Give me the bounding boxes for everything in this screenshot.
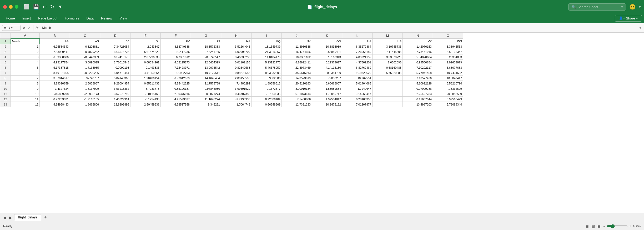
cell[interactable]: 3.26334063: [433, 54, 463, 60]
cell[interactable]: 10.8898939: [312, 44, 342, 49]
cell[interactable]: 12: [11, 102, 40, 107]
cell[interactable]: 3.18169313: [312, 54, 342, 60]
row-number[interactable]: 12: [0, 97, 11, 102]
sheet-tab-flight-delays[interactable]: flight_delays: [14, 214, 41, 221]
cell[interactable]: 11.0184176: [251, 54, 282, 60]
cell[interactable]: 10.7413175: [100, 54, 130, 60]
formula-input[interactable]: [41, 26, 637, 30]
row-number[interactable]: 4: [0, 54, 11, 60]
cell[interactable]: 35.5615013: [282, 70, 312, 76]
row-number[interactable]: 11: [0, 91, 11, 97]
cell[interactable]: 22.3973469: [282, 65, 312, 70]
cell[interactable]: -0.5447309: [70, 54, 100, 60]
cell[interactable]: 4.41593027: [161, 97, 191, 102]
cell[interactable]: 0.85106187: [161, 86, 191, 91]
cell[interactable]: 13.8392896: [100, 102, 130, 107]
zoom-out-icon[interactable]: −: [603, 224, 605, 228]
cell[interactable]: 8.53749688: [161, 44, 191, 49]
cell[interactable]: 0.66248569: [251, 102, 282, 107]
cell[interactable]: 3.38946563: [433, 44, 463, 49]
search-input[interactable]: [577, 5, 620, 9]
cell[interactable]: -0.6888509: [433, 91, 463, 97]
cell[interactable]: 10: [11, 91, 40, 97]
page-view-icon[interactable]: ▤: [591, 224, 595, 228]
cell[interactable]: 10.5049417: [433, 76, 463, 81]
cell[interactable]: -1.7064748: [221, 102, 251, 107]
cell[interactable]: -0.7829232: [70, 49, 100, 54]
cell[interactable]: 3.22379627: [312, 60, 342, 65]
cell[interactable]: 5.77941458: [403, 70, 433, 76]
cell[interactable]: 19.7129511: [191, 70, 221, 76]
cell[interactable]: B6: [100, 39, 130, 44]
cell[interactable]: 10.7434622: [433, 70, 463, 76]
cell[interactable]: [373, 102, 403, 107]
close-window-button[interactable]: [3, 5, 7, 9]
cell[interactable]: -2.7198935: [221, 97, 251, 102]
cell[interactable]: 9.346221: [191, 102, 221, 107]
cell[interactable]: 3.50136347: [433, 49, 463, 54]
cell[interactable]: 16.9326629: [342, 70, 373, 76]
cell[interactable]: -1.7942647: [342, 86, 373, 91]
cell-reference-box[interactable]: A1 ▲▼: [2, 25, 21, 31]
cell[interactable]: 20.0748547: [191, 54, 221, 60]
col-header-E[interactable]: E: [130, 33, 161, 39]
cell[interactable]: 7.01207877: [342, 102, 373, 107]
cell[interactable]: 2.30376016: [161, 91, 191, 97]
row-number[interactable]: 3: [0, 49, 11, 54]
cell[interactable]: 18.1649739: [251, 44, 282, 49]
cell[interactable]: 9.17573738: [191, 81, 221, 86]
col-header-F[interactable]: F: [161, 33, 191, 39]
row-number[interactable]: 7: [0, 70, 11, 76]
col-header-C[interactable]: C: [70, 33, 100, 39]
cell[interactable]: MQ: [251, 39, 282, 44]
cell[interactable]: 18.6576728: [100, 49, 130, 54]
search-box[interactable]: 🔍 ▾: [568, 3, 626, 11]
cell[interactable]: 6.02996709: [221, 49, 251, 54]
cell[interactable]: 6.69358686: [40, 54, 70, 60]
col-header-M[interactable]: M: [373, 33, 403, 39]
menu-review[interactable]: Review: [97, 15, 116, 21]
cell[interactable]: 6.81073614: [282, 91, 312, 97]
cell[interactable]: 7.72428971: [161, 65, 191, 70]
cell[interactable]: 14.3523819: [282, 76, 312, 81]
cell[interactable]: 5.53210794: [433, 81, 463, 86]
cell[interactable]: 6.7301012: [161, 54, 191, 60]
cell[interactable]: 0.08334261: [130, 60, 161, 65]
save-icon[interactable]: 💾: [33, 4, 39, 10]
cell[interactable]: 9.63932308: [251, 70, 282, 76]
row-number[interactable]: 2: [0, 44, 11, 49]
cell[interactable]: -1.9165165: [70, 97, 100, 102]
cell[interactable]: -3.1754138: [130, 97, 161, 102]
row-number[interactable]: 1: [0, 39, 11, 44]
cell[interactable]: 3.53915362: [100, 86, 130, 91]
cell[interactable]: 4.82125273: [161, 60, 191, 65]
cell[interactable]: 2.50459538: [130, 102, 161, 107]
cell[interactable]: 3.87044017: [40, 76, 70, 81]
page-break-view-icon[interactable]: ⊟: [597, 224, 601, 228]
grid-view-icon[interactable]: ⊞: [586, 224, 589, 228]
cell[interactable]: 5.60668907: [312, 81, 342, 86]
cell[interactable]: 7.11445508: [373, 49, 403, 54]
cell[interactable]: 3.9802886: [251, 76, 282, 81]
cell[interactable]: 11: [11, 97, 40, 102]
cell[interactable]: 11.3980538: [282, 44, 312, 49]
cell[interactable]: 0.37740767: [70, 76, 100, 81]
col-header-N[interactable]: N: [403, 33, 433, 39]
row-number[interactable]: 8: [0, 76, 11, 81]
cell[interactable]: 5.68077683: [433, 65, 463, 70]
cell[interactable]: -1.4327324: [40, 86, 70, 91]
cell[interactable]: 5.01404063: [342, 81, 373, 86]
cell[interactable]: 0.82642568: [221, 65, 251, 70]
cell[interactable]: 6: [11, 70, 40, 76]
cell[interactable]: AA: [40, 39, 70, 44]
row-number[interactable]: 13: [0, 102, 11, 107]
cell[interactable]: 3.51264045: [221, 44, 251, 49]
cell[interactable]: 6.82769469: [342, 65, 373, 70]
cell[interactable]: 3.33078729: [373, 54, 403, 60]
row-number[interactable]: 5: [0, 60, 11, 65]
cell[interactable]: 0.99550654: [403, 60, 433, 65]
cell[interactable]: WN: [433, 39, 463, 44]
cell[interactable]: 0.11637044: [403, 97, 433, 102]
cell[interactable]: 5.15442225: [161, 81, 191, 86]
cell[interactable]: 3.19390659: [40, 81, 70, 86]
